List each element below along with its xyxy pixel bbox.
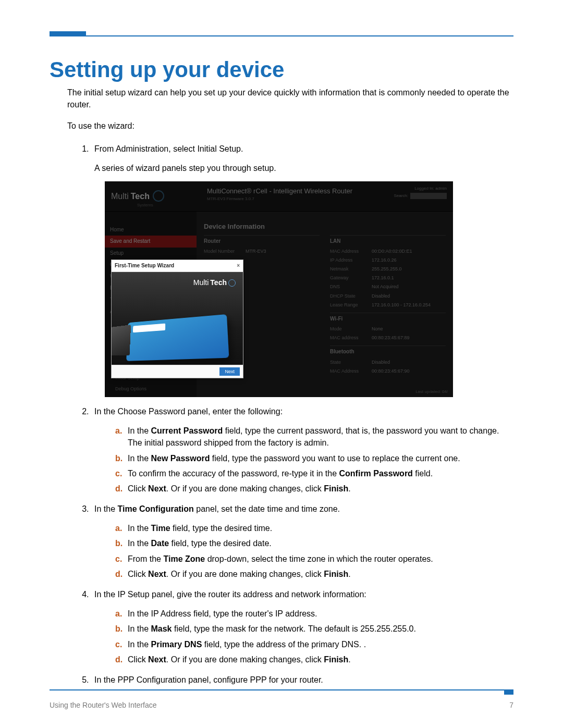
step-1-text-b: A series of wizard panels step you throu… bbox=[94, 162, 513, 174]
header-rule bbox=[50, 31, 513, 36]
footer-left: Using the Router's Web Interface bbox=[50, 701, 157, 709]
lan-col-header: LAN bbox=[330, 235, 446, 248]
wizard-title: First-Time Setup Wizard bbox=[115, 262, 174, 270]
next-button[interactable]: Next bbox=[219, 367, 240, 376]
footer-rule bbox=[50, 689, 513, 697]
lead-text: To use the wizard: bbox=[67, 120, 513, 132]
wifi-col-header: Wi-Fi bbox=[330, 313, 446, 325]
device-illustration bbox=[126, 314, 229, 361]
logged-in-label: Logged In: admin bbox=[414, 186, 447, 192]
sidebar-item-save-restart[interactable]: Save and Restart bbox=[105, 236, 197, 248]
router-ui-screenshot: MultiTech Systems MultiConnect® rCell - … bbox=[105, 181, 453, 397]
device-info-heading: Device Information bbox=[204, 222, 446, 232]
step-1-text-a: From Administration, select Initial Setu… bbox=[94, 143, 513, 155]
logo-circle-icon bbox=[153, 190, 164, 202]
multitech-logo: MultiTech bbox=[193, 277, 236, 288]
page-title: Setting up your device bbox=[50, 57, 513, 82]
sidebar-sub-support[interactable]: Support bbox=[105, 394, 197, 397]
page-number: 7 bbox=[509, 701, 513, 709]
step-2: In the Choose Password panel, enter the … bbox=[91, 405, 513, 495]
setup-wizard-modal: First-Time Setup Wizard × MultiTech Next bbox=[111, 260, 243, 379]
step-1: From Administration, select Initial Setu… bbox=[91, 143, 513, 397]
step-4: In the IP Setup panel, give the router i… bbox=[91, 588, 513, 665]
close-icon[interactable]: × bbox=[237, 262, 240, 270]
last-updated: Last updated: 04/ bbox=[415, 389, 448, 395]
sidebar-item-setup[interactable]: Setup bbox=[105, 248, 197, 260]
search-area: Search: bbox=[394, 193, 447, 199]
intro-text: The initial setup wizard can help you se… bbox=[67, 87, 513, 110]
firmware-label: MTR-EV3 Firmware 3.0.7 bbox=[207, 196, 254, 202]
step-5: In the PPP Configuration panel, configur… bbox=[91, 674, 513, 686]
logo-circle-icon bbox=[228, 279, 236, 287]
bluetooth-col-header: Bluetooth bbox=[330, 346, 446, 358]
search-input[interactable] bbox=[410, 193, 447, 199]
step-3: In the Time Configuration panel, set the… bbox=[91, 503, 513, 580]
sidebar-item-home[interactable]: Home bbox=[105, 224, 197, 236]
step-2-text: In the Choose Password panel, enter the … bbox=[94, 405, 513, 417]
page-footer: Using the Router's Web Interface 7 bbox=[50, 701, 513, 709]
router-col-header: Router bbox=[204, 235, 320, 248]
multitech-logo: MultiTech bbox=[111, 190, 164, 202]
sidebar-sub-debug[interactable]: Debug Options bbox=[105, 384, 197, 394]
router-title: MultiConnect® rCell - Intelligent Wirele… bbox=[207, 187, 352, 196]
router-header: MultiTech Systems MultiConnect® rCell - … bbox=[105, 181, 453, 212]
wizard-image: MultiTech bbox=[112, 272, 243, 365]
